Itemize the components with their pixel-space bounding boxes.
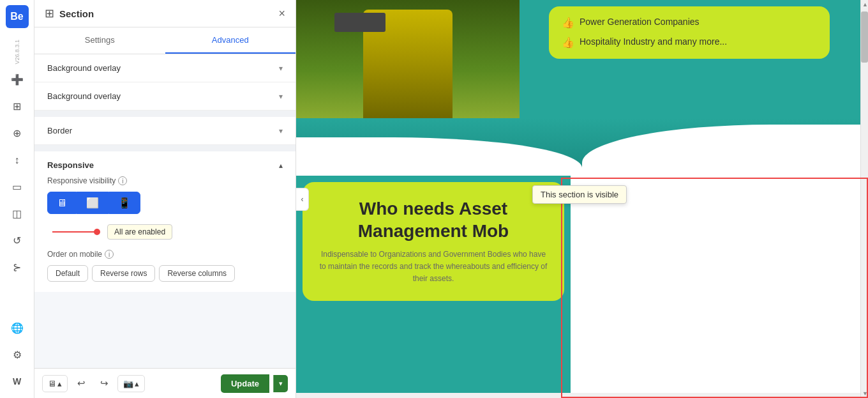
app-logo: Be bbox=[6, 5, 29, 28]
clipboard-prop bbox=[334, 13, 385, 32]
white-right-area bbox=[571, 176, 868, 393]
app-version: V26.8.3.1 bbox=[14, 40, 20, 65]
background-overlay-1-label: Background overlay bbox=[47, 63, 121, 73]
order-mobile-label: Order on mobile i bbox=[47, 250, 283, 259]
widget-button[interactable]: ⊕ bbox=[6, 122, 29, 145]
scroll-down-arrow[interactable]: ▼ bbox=[861, 389, 868, 398]
history-button[interactable]: ↺ bbox=[6, 229, 29, 252]
scroll-thumb[interactable] bbox=[861, 11, 868, 63]
panel-header-left: ⊞ Section bbox=[45, 6, 94, 20]
all-enabled-tooltip-area: All are enabled bbox=[52, 224, 283, 240]
panel-title: Section bbox=[59, 8, 94, 19]
green-card-item-1: 👍 Power Generation Companies bbox=[562, 17, 817, 29]
layers-button[interactable]: ◫ bbox=[6, 203, 29, 226]
grid-icon: ⊞ bbox=[45, 6, 54, 20]
panel-content: Background overlay ▾ Background overlay … bbox=[34, 54, 296, 368]
border-label: Border bbox=[47, 126, 72, 135]
svg-point-1 bbox=[94, 229, 100, 235]
footer-camera-btn[interactable]: 📷 ▴ bbox=[117, 375, 145, 392]
add-button[interactable]: ➕ bbox=[6, 68, 29, 91]
chevron-up-icon[interactable]: ▴ bbox=[279, 161, 283, 170]
mobile-button[interactable]: 📱 bbox=[108, 192, 140, 214]
redo-button[interactable]: ↪ bbox=[94, 374, 114, 393]
teal-top-area: 👍 Power Generation Companies 👍 Hospitali… bbox=[520, 0, 868, 118]
panel-tabs: Settings Advanced bbox=[34, 27, 296, 54]
camera-arrow: ▴ bbox=[135, 379, 139, 388]
camera-icon: 📷 bbox=[123, 379, 133, 388]
info-icon-visibility[interactable]: i bbox=[118, 176, 127, 185]
sidebar: Be V26.8.3.1 ➕ ⊞ ⊕ ↕ ▭ ◫ ↺ ⊱ 🌐 ⚙ W bbox=[0, 0, 34, 398]
responsive-header: Responsive ▴ bbox=[34, 151, 296, 176]
chevron-down-icon-3: ▾ bbox=[279, 126, 283, 135]
scroll-track bbox=[861, 65, 868, 389]
responsive-body: Responsive visibility i 🖥 ⬜ 📱 All are en… bbox=[34, 176, 296, 292]
asset-title: Who needs Asset Management Mob bbox=[318, 197, 549, 242]
preview-bottom-section: Who needs Asset Management Mob Indispens… bbox=[296, 176, 868, 393]
layout-button[interactable]: ⊞ bbox=[6, 95, 29, 118]
responsive-title: Responsive bbox=[47, 160, 94, 170]
section-button[interactable]: ▭ bbox=[6, 176, 29, 199]
reverse-rows-button[interactable]: Reverse rows bbox=[92, 265, 155, 282]
wave-white bbox=[296, 137, 582, 176]
settings-button[interactable]: ⚙ bbox=[6, 343, 29, 366]
scroll-up-arrow[interactable]: ▲ bbox=[861, 0, 868, 9]
section-panel: ⊞ Section × Settings Advanced Background… bbox=[34, 0, 296, 398]
visibility-label: Responsive visibility i bbox=[47, 176, 283, 185]
device-buttons: 🖥 ⬜ 📱 bbox=[47, 192, 283, 214]
preview-top-section: 👍 Power Generation Companies 👍 Hospitali… bbox=[296, 0, 868, 118]
section-gap-1 bbox=[34, 111, 296, 117]
chevron-down-icon-2: ▾ bbox=[279, 92, 283, 101]
thumbs-icon-1: 👍 bbox=[562, 17, 574, 29]
background-overlay-2-row[interactable]: Background overlay ▾ bbox=[34, 82, 296, 111]
green-card-text-2: Hospitality Industry and many more... bbox=[580, 36, 727, 47]
preview-area: 👍 Power Generation Companies 👍 Hospitali… bbox=[296, 0, 868, 398]
order-buttons: Default Reverse rows Reverse columns bbox=[47, 265, 283, 282]
update-dropdown-button[interactable]: ▾ bbox=[273, 375, 288, 392]
green-card-item-2: 👍 Hospitality Industry and many more... bbox=[562, 36, 817, 49]
tablet-button[interactable]: ⬜ bbox=[77, 192, 108, 214]
info-icon-order[interactable]: i bbox=[105, 250, 114, 259]
all-enabled-tooltip: All are enabled bbox=[107, 224, 172, 240]
filter-button[interactable]: ⊱ bbox=[6, 256, 29, 279]
globe-button[interactable]: 🌐 bbox=[6, 316, 29, 339]
tab-settings[interactable]: Settings bbox=[34, 27, 165, 54]
right-scrollbar[interactable]: ▲ ▼ bbox=[860, 0, 868, 398]
panel-header: ⊞ Section × bbox=[34, 0, 296, 27]
footer-device-selector[interactable]: 🖥 ▴ bbox=[42, 375, 68, 392]
border-row[interactable]: Border ▾ bbox=[34, 117, 296, 145]
section-gap-2 bbox=[34, 145, 296, 151]
person-image-area bbox=[296, 0, 520, 118]
wave-white-right bbox=[582, 125, 868, 176]
visibility-text: Responsive visibility bbox=[47, 176, 116, 185]
collapse-panel-button[interactable]: ‹ bbox=[296, 188, 309, 211]
footer-device-icon: 🖥 bbox=[48, 379, 56, 388]
footer-device-arrow: ▴ bbox=[57, 379, 62, 388]
wave-section bbox=[296, 118, 868, 176]
green-card: 👍 Power Generation Companies 👍 Hospitali… bbox=[549, 6, 830, 59]
teal-left: Who needs Asset Management Mob Indispens… bbox=[296, 176, 571, 393]
background-overlay-1-row[interactable]: Background overlay ▾ bbox=[34, 54, 296, 82]
background-overlay-2-label: Background overlay bbox=[47, 91, 121, 101]
wordpress-button[interactable]: W bbox=[6, 370, 29, 393]
order-mobile-text: Order on mobile bbox=[47, 250, 102, 259]
thumbs-icon-2: 👍 bbox=[562, 36, 574, 49]
reverse-columns-button[interactable]: Reverse columns bbox=[159, 265, 235, 282]
asset-subtitle: Indispensable to Organizations and Gover… bbox=[318, 249, 549, 286]
default-order-button[interactable]: Default bbox=[47, 265, 88, 282]
tooltip-arrow-line bbox=[52, 228, 103, 236]
panel-footer: 🖥 ▴ ↩ ↪ 📷 ▴ Update ▾ bbox=[34, 368, 296, 398]
move-button[interactable]: ↕ bbox=[6, 149, 29, 172]
tab-advanced[interactable]: Advanced bbox=[165, 27, 296, 54]
green-card-text-1: Power Generation Companies bbox=[580, 17, 700, 27]
update-button[interactable]: Update bbox=[221, 374, 269, 393]
undo-button[interactable]: ↩ bbox=[71, 374, 91, 393]
section-visible-tooltip: This section is visible bbox=[532, 185, 627, 204]
desktop-button[interactable]: 🖥 bbox=[47, 192, 77, 214]
close-button[interactable]: × bbox=[278, 7, 285, 20]
asset-card: Who needs Asset Management Mob Indispens… bbox=[303, 182, 564, 301]
chevron-down-icon-1: ▾ bbox=[279, 64, 283, 73]
preview-wrapper: ‹ 👍 Power Generation Companies bbox=[296, 0, 868, 398]
